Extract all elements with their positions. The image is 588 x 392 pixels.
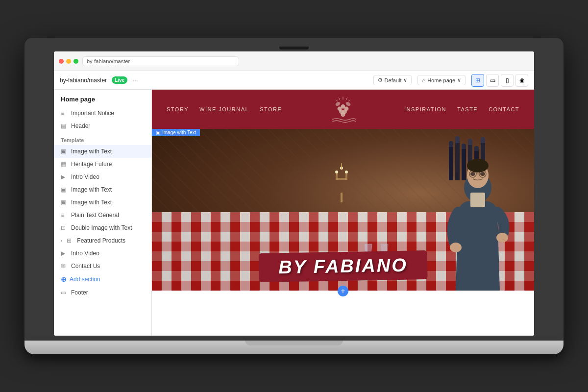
add-section-icon: ⊕ [61, 275, 67, 283]
nav-taste[interactable]: TASTE [457, 106, 478, 112]
sidebar-item-label: Image with Text [71, 186, 112, 193]
page-title: Home page [54, 90, 151, 107]
contact-icon: ✉ [61, 263, 68, 270]
minimize-dot[interactable] [66, 59, 71, 64]
fullscreen-dot[interactable] [74, 59, 78, 64]
video-icon-1: ▶ [61, 173, 68, 180]
preview-icon: ◉ [519, 77, 524, 84]
notice-icon: ≡ [61, 110, 68, 117]
sidebar-item-label: Image with Text [71, 199, 112, 206]
sidebar-item-header[interactable]: ▤ Header [54, 120, 151, 132]
sidebar-item-heritage-future[interactable]: ▦ Heritage Future [54, 158, 151, 171]
sidebar-item-double-image[interactable]: ⊡ Double Image with Text [54, 221, 151, 234]
app-main: Home page ≡ Important Notice ▤ Header Te… [54, 90, 534, 336]
homepage-dropdown[interactable]: ⌂ Home page ∨ [417, 75, 466, 85]
home-icon: ⌂ [422, 77, 425, 83]
nav-contact[interactable]: CONTACT [489, 106, 519, 112]
add-section-button[interactable]: ⊕ Add section [54, 272, 151, 286]
sidebar-item-featured-products[interactable]: › ⊞ Featured Products [54, 234, 151, 247]
sidebar-item-image-text-1[interactable]: ▣ Image with Text [54, 145, 151, 158]
nav-inspiration[interactable]: INSPIRATION [404, 106, 446, 112]
svg-point-30 [480, 172, 485, 176]
live-badge: Live [112, 76, 127, 84]
view-controls: ⊞ ▭ ▯ ◉ [471, 74, 528, 87]
svg-line-1 [346, 98, 347, 100]
sidebar-item-label: Contact Us [71, 263, 100, 270]
desktop-icon: ⊞ [475, 77, 480, 84]
sidebar-item-footer[interactable]: ▭ Footer [54, 286, 151, 299]
chevron-down-icon: ∨ [403, 77, 407, 83]
image-text-icon: ▣ [61, 148, 68, 155]
nav-right-links: INSPIRATION TASTE CONTACT [404, 106, 519, 112]
sidebar-item-plain-text[interactable]: ≡ Plain Text General [54, 209, 151, 221]
window-controls [59, 59, 78, 64]
sidebar-item-intro-video-1[interactable]: ▶ Intro Video [54, 171, 151, 183]
settings-icon: ⚙ [378, 77, 383, 83]
laptop-screen: by-fabiano/master by-fabiano/master Live… [54, 51, 534, 336]
preview-area: STORY WINE JOURNAL STORE [152, 90, 534, 336]
sidebar-item-image-text-3[interactable]: ▣ Image with Text [54, 196, 151, 209]
sidebar-item-label: Important Notice [71, 110, 114, 117]
sidebar-item-label: Plain Text General [71, 212, 119, 219]
svg-rect-20 [341, 163, 342, 169]
section-tag-label: Image with Text [162, 130, 196, 135]
header-icon: ▤ [61, 122, 68, 129]
mobile-view-button[interactable]: ▯ [501, 74, 514, 87]
image-text-icon-2: ▣ [61, 186, 68, 193]
video-icon-2: ▶ [61, 250, 68, 257]
preview-button[interactable]: ◉ [515, 74, 528, 87]
chevron-down-icon2: ∨ [457, 77, 461, 83]
sidebar-item-label: Footer [71, 289, 88, 296]
chevron-icon: › [61, 238, 62, 244]
footer-icon: ▭ [61, 289, 68, 296]
by-fabiano-banner: BY FABIANO [259, 250, 428, 282]
sidebar-item-label: Heritage Future [71, 161, 112, 168]
site-logo[interactable] [323, 92, 363, 126]
svg-point-11 [335, 101, 341, 106]
site-name: by-fabiano/master [60, 77, 107, 84]
app-topbar: by-fabiano/master Live ··· ⚙ Default ∨ ⌂… [54, 71, 534, 90]
mobile-icon: ▯ [506, 77, 509, 84]
sidebar-item-label: Intro Video [71, 250, 99, 257]
svg-line-4 [336, 99, 338, 101]
sidebar-item-important-notice[interactable]: ≡ Important Notice [54, 107, 151, 120]
image-with-text-section: ▣ Image with Text + [152, 129, 534, 291]
laptop-frame: by-fabiano/master by-fabiano/master Live… [24, 38, 564, 354]
nav-story[interactable]: STORY [167, 106, 189, 112]
sidebar-item-label: Header [71, 122, 90, 129]
svg-point-31 [450, 243, 462, 252]
double-image-icon: ⊡ [61, 224, 68, 231]
svg-rect-16 [345, 173, 347, 180]
nav-store[interactable]: STORE [260, 106, 282, 112]
default-dropdown[interactable]: ⚙ Default ∨ [373, 75, 412, 85]
close-dot[interactable] [59, 59, 64, 64]
brand-text: BY FABIANO [278, 255, 408, 278]
section-tag: ▣ Image with Text [152, 129, 200, 136]
tablet-view-button[interactable]: ▭ [486, 74, 499, 87]
svg-point-32 [496, 233, 508, 243]
sidebar-item-label: Image with Text [71, 148, 112, 155]
screen-bezel: by-fabiano/master by-fabiano/master Live… [24, 38, 564, 341]
svg-rect-14 [337, 178, 346, 180]
svg-point-12 [345, 101, 351, 106]
url-text: by-fabiano/master [87, 58, 130, 64]
person-figure [429, 148, 527, 291]
laptop-base [24, 341, 564, 354]
sidebar-item-contact-us[interactable]: ✉ Contact Us [54, 260, 151, 272]
svg-point-28 [467, 159, 489, 172]
tablet-icon: ▭ [490, 77, 495, 84]
svg-point-17 [335, 171, 338, 173]
nav-wine-journal[interactable]: WINE JOURNAL [199, 106, 249, 112]
add-section-circle-button[interactable]: + [338, 286, 348, 296]
browser-bar: by-fabiano/master [54, 51, 534, 71]
desktop-view-button[interactable]: ⊞ [471, 74, 484, 87]
sidebar-item-intro-video-2[interactable]: ▶ Intro Video [54, 247, 151, 260]
sidebar-item-label: Double Image with Text [71, 224, 132, 231]
sidebar-item-image-text-2[interactable]: ▣ Image with Text [54, 183, 151, 196]
svg-rect-26 [470, 193, 485, 207]
nav-left-links: STORY WINE JOURNAL STORE [167, 106, 282, 112]
sidebar: Home page ≡ Important Notice ▤ Header Te… [54, 90, 152, 336]
more-options-button[interactable]: ··· [132, 76, 138, 84]
heritage-icon: ▦ [61, 161, 68, 168]
url-bar[interactable]: by-fabiano/master [82, 56, 239, 66]
